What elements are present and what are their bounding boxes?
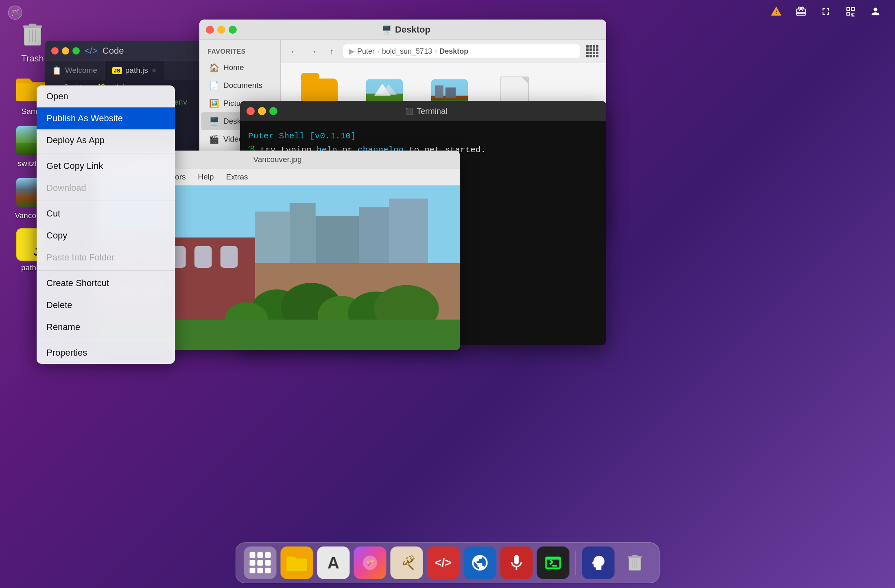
code-title-icon: </> bbox=[85, 46, 98, 56]
dock-mic-btn[interactable] bbox=[500, 546, 533, 579]
ctx-copy[interactable]: Copy bbox=[37, 225, 175, 247]
pathjs-tab-close[interactable]: ✕ bbox=[151, 67, 157, 74]
fm-close-btn[interactable]: ✕ bbox=[206, 26, 214, 34]
dock: A 🪄 </> bbox=[236, 542, 660, 583]
iv-menu-extras[interactable]: Extras bbox=[226, 173, 248, 181]
ctx-deploy-as-app[interactable]: Deploy As App bbox=[37, 129, 175, 151]
fullscreen-icon[interactable] bbox=[819, 4, 833, 19]
fm-grid-view-btn[interactable] bbox=[585, 44, 600, 59]
fm-documents-label: Documents bbox=[223, 81, 262, 90]
fm-up-btn[interactable]: ↑ bbox=[325, 44, 338, 58]
fm-titlebar: ✕ − + 🖥️ Desktop bbox=[199, 20, 606, 40]
svg-rect-30 bbox=[220, 246, 238, 268]
ctx-paste-into-folder: Paste Into Folder bbox=[37, 247, 175, 269]
fm-back-btn[interactable]: ← bbox=[287, 44, 301, 58]
dock-puter-btn[interactable]: 🪄 bbox=[354, 546, 386, 579]
ctx-rename[interactable]: Rename bbox=[37, 316, 175, 338]
user-icon[interactable] bbox=[868, 4, 883, 19]
qr-icon[interactable] bbox=[843, 4, 858, 19]
svg-rect-15 bbox=[435, 85, 443, 98]
pathjs-tab[interactable]: JS path.js ✕ bbox=[105, 61, 164, 80]
code-title-text: Code bbox=[103, 46, 124, 56]
ctx-get-copy-link[interactable]: Get Copy Link bbox=[37, 155, 175, 177]
ctx-cut[interactable]: Cut bbox=[37, 203, 175, 225]
fm-favorites-title: Favorites bbox=[199, 46, 280, 59]
term-min-btn[interactable]: − bbox=[258, 107, 266, 115]
terminal-title: ⬛ Terminal bbox=[405, 107, 448, 116]
svg-rect-22 bbox=[389, 199, 428, 263]
welcome-tab[interactable]: 📋 Welcome bbox=[45, 61, 105, 80]
ctx-download: Download bbox=[37, 177, 175, 199]
term-window-controls: ✕ − + bbox=[247, 107, 277, 115]
gift-icon[interactable] bbox=[794, 4, 808, 19]
terminal-shell-title: Puter Shell [v0.1.10] bbox=[248, 131, 356, 141]
code-close-btn[interactable] bbox=[51, 47, 59, 55]
dock-separator bbox=[576, 551, 576, 575]
svg-rect-16 bbox=[445, 87, 456, 98]
svg-rect-29 bbox=[194, 246, 212, 268]
dock-tools-btn[interactable] bbox=[391, 546, 423, 579]
ctx-open[interactable]: Open bbox=[37, 85, 175, 107]
svg-text:🪄: 🪄 bbox=[366, 559, 375, 568]
dock-files-btn[interactable] bbox=[281, 546, 313, 579]
code-min-btn[interactable] bbox=[62, 47, 69, 55]
svg-rect-46 bbox=[628, 556, 642, 557]
fm-toolbar: ← → ↑ ▶ Puter › bold_sun_5713 › Desktop bbox=[281, 40, 606, 63]
dock-code-btn[interactable]: </> bbox=[427, 546, 460, 579]
ctx-publish-as-website[interactable]: Publish As Website bbox=[37, 107, 175, 129]
term-max-btn[interactable]: + bbox=[269, 107, 277, 115]
dock-ai-btn[interactable] bbox=[582, 546, 615, 579]
svg-rect-4 bbox=[23, 26, 42, 28]
fm-forward-btn[interactable]: → bbox=[306, 44, 320, 58]
welcome-tab-label: Welcome bbox=[65, 66, 97, 75]
svg-rect-20 bbox=[316, 216, 359, 263]
dock-browser-btn[interactable] bbox=[464, 546, 496, 579]
warning-icon[interactable] bbox=[769, 4, 784, 19]
svg-rect-18 bbox=[255, 212, 290, 264]
dock-grid-btn[interactable] bbox=[244, 546, 277, 579]
iv-menu-help[interactable]: Help bbox=[198, 173, 214, 181]
svg-rect-21 bbox=[359, 207, 389, 263]
fm-window-controls: ✕ − + bbox=[206, 26, 237, 34]
ctx-sep-2 bbox=[37, 201, 175, 201]
trash-label: Trash bbox=[21, 53, 44, 64]
fm-home-item[interactable]: 🏠 Home bbox=[201, 59, 279, 77]
term-close-btn[interactable]: ✕ bbox=[247, 107, 255, 115]
breadcrumb-puter[interactable]: Puter bbox=[357, 47, 375, 56]
dock-trash-btn[interactable] bbox=[619, 546, 651, 579]
code-max-btn[interactable] bbox=[72, 47, 80, 55]
dock-font-btn[interactable]: A bbox=[317, 546, 350, 579]
fm-home-label: Home bbox=[223, 63, 244, 72]
ctx-properties[interactable]: Properties bbox=[37, 342, 175, 364]
breadcrumb-arrow-1: ▶ bbox=[349, 47, 355, 56]
dock-terminal-btn[interactable] bbox=[537, 546, 570, 579]
context-menu: Open Publish As Website Deploy As App Ge… bbox=[37, 85, 175, 364]
fm-max-btn[interactable]: + bbox=[229, 26, 237, 34]
fm-title: 🖥️ Desktop bbox=[382, 24, 430, 35]
ctx-sep-4 bbox=[37, 340, 175, 340]
fm-min-btn[interactable]: − bbox=[217, 26, 225, 34]
svg-text:🪄: 🪄 bbox=[11, 9, 20, 17]
ctx-delete[interactable]: Delete bbox=[37, 294, 175, 316]
puter-logo: 🪄 bbox=[7, 4, 24, 23]
fm-breadcrumb: ▶ Puter › bold_sun_5713 › Desktop bbox=[343, 44, 580, 58]
terminal-titlebar: ✕ − + ⬛ Terminal bbox=[240, 101, 606, 121]
svg-rect-19 bbox=[290, 203, 316, 264]
ctx-create-shortcut[interactable]: Create Shortcut bbox=[37, 272, 175, 294]
pathjs-tab-label: path.js bbox=[125, 66, 148, 75]
ctx-sep-3 bbox=[37, 270, 175, 271]
fm-documents-item[interactable]: 📄 Documents bbox=[201, 77, 279, 94]
breadcrumb-desktop[interactable]: Desktop bbox=[439, 47, 468, 56]
ctx-sep-1 bbox=[37, 153, 175, 153]
breadcrumb-user[interactable]: bold_sun_5713 bbox=[382, 47, 432, 56]
top-bar bbox=[0, 0, 895, 22]
